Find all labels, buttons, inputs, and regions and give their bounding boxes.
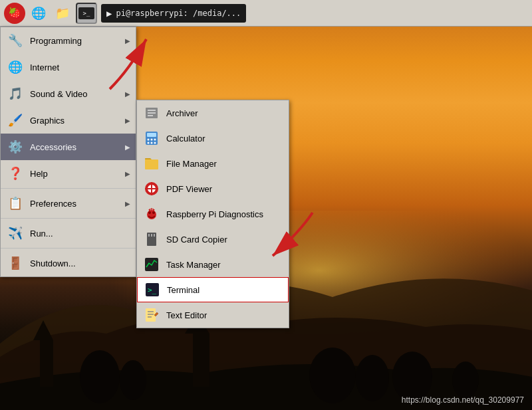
svg-rect-15 bbox=[148, 112, 156, 114]
svg-point-11 bbox=[392, 352, 432, 402]
archiver-icon bbox=[142, 104, 161, 122]
accessories-submenu: Archiver Calculator File Manager PDF Vie… bbox=[136, 100, 289, 328]
menu-separator-1 bbox=[1, 188, 136, 189]
svg-point-19 bbox=[148, 139, 150, 141]
submenu-item-task-manager[interactable]: Task Manager bbox=[137, 252, 289, 277]
calculator-icon bbox=[142, 129, 161, 148]
accessories-label: Accessories bbox=[30, 142, 125, 152]
internet-icon: 🌐 bbox=[6, 58, 25, 76]
preferences-label: Preferences bbox=[30, 199, 125, 209]
svg-point-31 bbox=[148, 211, 151, 214]
menu-item-programming[interactable]: 🔧 Programming ▶ bbox=[1, 27, 136, 54]
terminal-icon: >_ bbox=[143, 280, 162, 299]
menu-separator-3 bbox=[1, 248, 136, 249]
graphics-label: Graphics bbox=[30, 116, 125, 126]
svg-point-24 bbox=[154, 142, 156, 144]
help-label: Help bbox=[30, 169, 125, 179]
menu-item-help[interactable]: ❓ Help ▶ bbox=[1, 160, 136, 187]
sd-card-icon bbox=[142, 230, 161, 249]
run-icon: ✈️ bbox=[6, 224, 25, 243]
task-manager-icon bbox=[142, 255, 161, 274]
menu-item-graphics[interactable]: 🖌️ Graphics ▶ bbox=[1, 107, 136, 134]
svg-point-21 bbox=[154, 139, 156, 141]
sound-video-arrow: ▶ bbox=[125, 90, 130, 98]
menu-item-accessories[interactable]: ⚙️ Accessories ▶ bbox=[1, 134, 136, 160]
pdf-viewer-icon bbox=[142, 179, 161, 198]
taskbar: 🍓 🌐 📁 >_ ▶ pi@raspberrypi: /media/... bbox=[0, 0, 532, 27]
submenu-item-terminal[interactable]: >_ Terminal bbox=[137, 277, 289, 302]
submenu-item-raspberry-diagnostics[interactable]: Raspberry Pi Diagnostics bbox=[137, 201, 289, 227]
terminal-label: Terminal bbox=[167, 285, 200, 295]
svg-point-12 bbox=[452, 361, 479, 399]
svg-rect-34 bbox=[148, 234, 150, 237]
menu-item-preferences[interactable]: 📋 Preferences ▶ bbox=[1, 190, 136, 217]
submenu-item-text-editor[interactable]: Text Editor bbox=[137, 302, 289, 328]
svg-rect-35 bbox=[151, 234, 152, 237]
svg-point-8 bbox=[120, 360, 146, 400]
accessories-icon: ⚙️ bbox=[6, 138, 25, 156]
programming-label: Programming bbox=[30, 36, 125, 46]
raspberry-diagnostics-label: Raspberry Pi Diagnostics bbox=[166, 209, 263, 219]
menu-separator-2 bbox=[1, 218, 136, 219]
files-icon[interactable]: 📁 bbox=[52, 3, 73, 24]
submenu-item-archiver[interactable]: Archiver bbox=[137, 100, 289, 126]
help-icon: ❓ bbox=[6, 164, 25, 183]
help-arrow: ▶ bbox=[125, 170, 130, 177]
svg-point-22 bbox=[148, 142, 150, 144]
menu-item-internet[interactable]: 🌐 Internet bbox=[1, 54, 136, 80]
menu-item-shutdown[interactable]: 🚪 Shutdown... bbox=[1, 250, 136, 276]
programming-icon: 🔧 bbox=[6, 31, 25, 50]
archiver-label: Archiver bbox=[166, 108, 198, 118]
sound-video-label: Sound & Video bbox=[30, 89, 125, 99]
submenu-item-pdf-viewer[interactable]: PDF Viewer bbox=[137, 176, 289, 201]
main-menu: 🔧 Programming ▶ 🌐 Internet 🎵 Sound & Vid… bbox=[0, 27, 136, 277]
svg-point-32 bbox=[152, 211, 155, 214]
raspberry-diagnostics-icon bbox=[142, 205, 161, 223]
file-manager-label: File Manager bbox=[166, 159, 217, 169]
calculator-label: Calculator bbox=[166, 134, 205, 144]
svg-text:>_: >_ bbox=[148, 286, 157, 294]
svg-point-7 bbox=[80, 350, 120, 403]
text-editor-label: Text Editor bbox=[166, 310, 207, 320]
svg-rect-14 bbox=[148, 110, 156, 111]
svg-point-20 bbox=[151, 139, 153, 141]
raspberry-menu-button[interactable]: 🍓 bbox=[4, 3, 25, 24]
svg-rect-16 bbox=[148, 115, 153, 116]
watermark: https://blog.csdn.net/qq_30209977 bbox=[402, 395, 524, 405]
menu-item-sound-video[interactable]: 🎵 Sound & Video ▶ bbox=[1, 80, 136, 107]
sound-video-icon: 🎵 bbox=[6, 84, 25, 103]
svg-rect-4 bbox=[193, 334, 209, 387]
terminal-taskbar-button[interactable]: >_ bbox=[76, 3, 97, 24]
svg-point-10 bbox=[356, 355, 389, 401]
svg-rect-18 bbox=[147, 133, 156, 137]
internet-label: Internet bbox=[30, 62, 130, 72]
submenu-item-file-manager[interactable]: File Manager bbox=[137, 151, 289, 176]
svg-rect-1 bbox=[40, 340, 53, 387]
terminal-window-button[interactable]: ▶ pi@raspberrypi: /media/... bbox=[101, 4, 246, 23]
svg-rect-36 bbox=[154, 234, 155, 237]
programming-arrow: ▶ bbox=[125, 37, 130, 45]
terminal-small-icon: >_ bbox=[78, 7, 94, 19]
svg-point-9 bbox=[309, 348, 356, 403]
sd-card-copier-label: SD Card Copier bbox=[166, 235, 227, 245]
browser-icon[interactable]: 🌐 bbox=[28, 3, 49, 24]
svg-rect-25 bbox=[145, 159, 158, 169]
graphics-arrow: ▶ bbox=[125, 117, 130, 124]
shutdown-icon: 🚪 bbox=[6, 254, 25, 272]
run-label: Run... bbox=[30, 229, 130, 239]
preferences-icon: 📋 bbox=[6, 194, 25, 213]
svg-point-23 bbox=[151, 142, 153, 144]
menu-item-run[interactable]: ✈️ Run... bbox=[1, 220, 136, 247]
pdf-viewer-label: PDF Viewer bbox=[166, 184, 212, 194]
terminal-window-label: pi@raspberrypi: /media/... bbox=[116, 9, 241, 18]
accessories-arrow: ▶ bbox=[125, 144, 130, 151]
graphics-icon: 🖌️ bbox=[6, 111, 25, 130]
submenu-item-calculator[interactable]: Calculator bbox=[137, 126, 289, 151]
submenu-item-sd-card-copier[interactable]: SD Card Copier bbox=[137, 227, 289, 252]
task-manager-label: Task Manager bbox=[166, 260, 221, 270]
preferences-arrow: ▶ bbox=[125, 200, 130, 207]
text-editor-icon bbox=[142, 306, 161, 324]
shutdown-label: Shutdown... bbox=[30, 258, 130, 268]
file-manager-icon bbox=[142, 154, 161, 173]
